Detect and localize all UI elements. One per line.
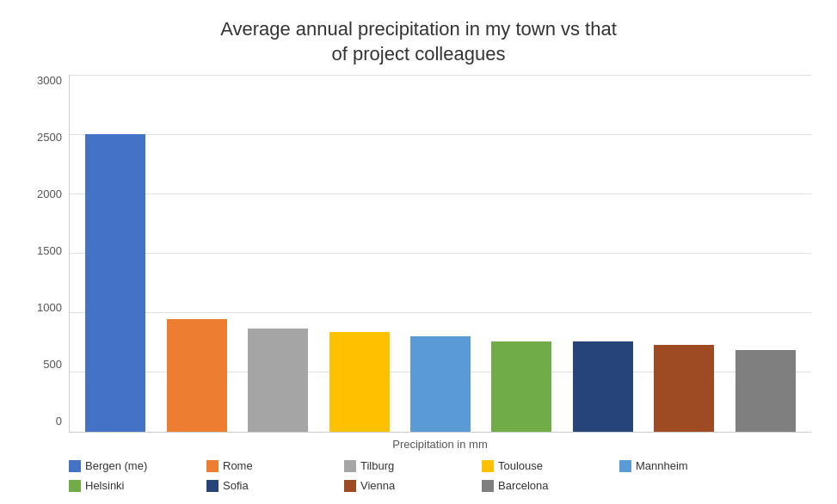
chart-area: 300025002000150010005000 Precipitation i… xyxy=(26,75,811,452)
plot-area: Precipitation in mm xyxy=(69,75,811,452)
y-axis-label: 1500 xyxy=(37,245,62,256)
y-axis-label: 3000 xyxy=(37,75,62,86)
legend-item: Mannheim xyxy=(619,459,757,472)
bar-mannheim xyxy=(410,336,471,432)
legend-label: Helsinki xyxy=(85,479,125,492)
legend-item: Bergen (me) xyxy=(69,459,206,472)
bar-wrapper xyxy=(729,75,803,432)
y-axis-label: 2000 xyxy=(37,188,62,200)
bar-bergen--me- xyxy=(85,134,145,432)
bar-wrapper xyxy=(322,75,396,432)
legend-row-1: Bergen (me)RomeTilburgToulouseMannheim xyxy=(69,459,811,476)
bar-wrapper xyxy=(403,75,477,432)
legend-item: Barcelona xyxy=(482,479,619,492)
legend-item: Helsinki xyxy=(69,479,206,492)
bar-rome xyxy=(167,319,227,432)
legend-color-swatch xyxy=(619,460,631,472)
y-axis-label: 0 xyxy=(56,415,62,427)
bar-wrapper xyxy=(159,75,233,432)
legend-label: Rome xyxy=(223,459,253,472)
legend: Bergen (me)RomeTilburgToulouseMannheim H… xyxy=(26,452,811,495)
bar-tilburg xyxy=(248,329,308,432)
legend-row-2: HelsinkiSofiaViennaBarcelona xyxy=(69,479,811,495)
legend-item: Sofia xyxy=(206,479,344,492)
chart-container: Average annual precipitation in my town … xyxy=(0,0,837,504)
bar-sofia xyxy=(573,341,633,432)
bar-barcelona xyxy=(735,350,796,432)
legend-label: Tilburg xyxy=(360,459,394,472)
legend-color-swatch xyxy=(69,460,81,472)
legend-color-swatch xyxy=(206,460,218,472)
legend-color-swatch xyxy=(206,480,218,492)
legend-item: Toulouse xyxy=(482,459,619,472)
y-axis: 300025002000150010005000 xyxy=(26,75,69,452)
legend-item: Rome xyxy=(206,459,344,472)
legend-label: Vienna xyxy=(360,479,395,492)
x-axis-label: Precipitation in mm xyxy=(69,438,811,452)
y-axis-label: 500 xyxy=(43,359,62,370)
bar-wrapper xyxy=(241,75,315,432)
legend-color-swatch xyxy=(482,480,494,492)
legend-item: Tilburg xyxy=(344,459,482,472)
bar-wrapper xyxy=(484,75,558,432)
y-axis-label: 1000 xyxy=(37,302,62,313)
bar-toulouse xyxy=(329,332,390,432)
legend-label: Barcelona xyxy=(498,479,549,492)
legend-label: Mannheim xyxy=(636,459,688,472)
bars-row xyxy=(70,75,811,432)
bar-helsinki xyxy=(491,341,551,432)
legend-color-swatch xyxy=(69,480,81,492)
bar-vienna xyxy=(654,345,714,432)
bars-and-grid xyxy=(69,75,811,433)
chart-title: Average annual precipitation in my town … xyxy=(26,17,811,66)
legend-label: Bergen (me) xyxy=(85,459,147,472)
bar-wrapper xyxy=(566,75,640,432)
bar-wrapper xyxy=(647,75,721,432)
legend-item: Vienna xyxy=(344,479,482,492)
y-axis-label: 2500 xyxy=(37,132,62,143)
bar-wrapper xyxy=(78,75,152,432)
legend-color-swatch xyxy=(482,460,494,472)
legend-color-swatch xyxy=(344,460,356,472)
legend-color-swatch xyxy=(344,480,356,492)
legend-label: Sofia xyxy=(223,479,249,492)
legend-label: Toulouse xyxy=(498,459,543,472)
